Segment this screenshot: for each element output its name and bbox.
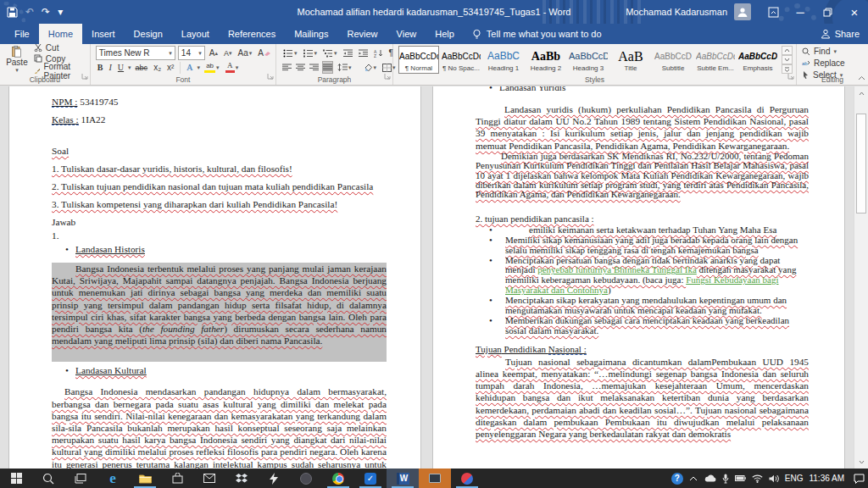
style-emphasis[interactable]: AaBbCcDdEmphasis bbox=[737, 46, 778, 74]
account-name[interactable]: Mochamad Kadarusman bbox=[626, 7, 727, 17]
tab-home[interactable]: Home bbox=[39, 24, 82, 44]
bullet-item[interactable]: Memiliki sikap kemanusiaan yang adil jug… bbox=[476, 236, 809, 256]
text-effects-dropdown-icon[interactable]: ▾ bbox=[198, 64, 201, 71]
font-size-combo[interactable]: 14▾ bbox=[178, 46, 205, 60]
paste-dropdown-icon[interactable]: ▾ bbox=[15, 67, 19, 74]
paragraph-yuridis-2[interactable]: Demikian juga berdasarkan SK Mendiknas R… bbox=[476, 152, 809, 200]
taskbar-dark-browser[interactable] bbox=[290, 469, 322, 488]
style-title[interactable]: AaBTitle bbox=[610, 46, 651, 74]
close-button[interactable]: × bbox=[841, 0, 868, 24]
line-spacing-button[interactable]: ▾ bbox=[336, 64, 353, 72]
bullet-item[interactable]: Memberikan dukungan sebagai cara mencipt… bbox=[476, 316, 809, 336]
tab-layout[interactable]: Layout bbox=[172, 24, 219, 44]
npm-line[interactable]: NPM : 53419745 bbox=[52, 97, 387, 114]
scrollbar-thumb[interactable] bbox=[856, 114, 866, 214]
font-color-button[interactable]: A▾ bbox=[224, 62, 241, 73]
highlighted-paragraph-historis[interactable]: Bangsa Indonesia terbentuk melalui prose… bbox=[52, 263, 387, 362]
highlight-color-button[interactable]: ab▾ bbox=[203, 63, 221, 73]
minimize-button[interactable]: ─ bbox=[787, 0, 814, 24]
taskbar-mail[interactable] bbox=[193, 469, 225, 488]
heading-landasan-kultural[interactable]: Landasan Kultural bbox=[52, 365, 387, 377]
volume-icon[interactable] bbox=[769, 474, 779, 483]
question-2[interactable]: 2. Tuliskan tujuan pendidikan nasional d… bbox=[52, 181, 387, 199]
paragraph-tujuan-nasional[interactable]: Tujuan nasional sebagaimana dicantumkan … bbox=[476, 356, 809, 440]
taskbar-search-button[interactable] bbox=[32, 469, 64, 488]
page-2[interactable]: Landasan Yuridis Landasan yuridis (hukum… bbox=[432, 86, 845, 469]
strikethrough-button[interactable]: abc bbox=[134, 64, 150, 72]
bullet-item[interactable]: Menciptakan persatuan bangsa dengan tida… bbox=[476, 256, 809, 297]
numbering-button[interactable]: ▾ bbox=[302, 49, 320, 58]
heading-landasan-yuridis-clipped[interactable]: Landasan Yuridis bbox=[476, 86, 809, 92]
style-heading3[interactable]: AaBbCcDHeading 3 bbox=[568, 46, 609, 74]
text-effects-button[interactable]: A bbox=[185, 63, 194, 72]
taskbar-active-window[interactable] bbox=[419, 469, 451, 488]
ribbon-display-options-icon[interactable] bbox=[760, 0, 787, 24]
style-subtitle[interactable]: AaBbCcDSubtitle bbox=[653, 46, 693, 74]
answer-number-1[interactable]: 1. bbox=[52, 230, 387, 244]
paragraph-kultural[interactable]: Bangsa Indonesia mendasarkan pandangan h… bbox=[52, 385, 387, 469]
italic-button[interactable]: I bbox=[108, 63, 114, 72]
task-view-button[interactable] bbox=[64, 469, 97, 488]
share-button[interactable]: Share bbox=[821, 24, 860, 44]
taskbar-store[interactable] bbox=[161, 469, 193, 488]
tab-insert[interactable]: Insert bbox=[82, 24, 125, 44]
action-center-icon[interactable] bbox=[854, 474, 865, 484]
shading-button[interactable]: ▾ bbox=[362, 64, 379, 72]
shrink-font-button[interactable]: A▾ bbox=[222, 49, 234, 58]
tab-review[interactable]: Review bbox=[338, 24, 387, 44]
bullets-button[interactable]: ▾ bbox=[281, 49, 299, 58]
battery-icon[interactable] bbox=[735, 474, 746, 482]
avatar[interactable] bbox=[734, 3, 751, 20]
replace-button[interactable]: ab Replace bbox=[802, 58, 865, 69]
style-no-spacing[interactable]: AaBbCcDd¶ No Spac... bbox=[441, 46, 481, 74]
language-indicator[interactable]: ENG bbox=[785, 474, 804, 483]
link-bhinneka[interactable]: penyebab lunturnya Bhinneka Tunggal Ika bbox=[537, 264, 697, 274]
align-right-button[interactable] bbox=[309, 61, 320, 74]
kelas-line[interactable]: Kelas : 1IA22 bbox=[52, 114, 387, 132]
taskbar-bolt-app[interactable] bbox=[258, 469, 290, 488]
clear-formatting-button[interactable]: A bbox=[256, 48, 272, 58]
microphone-icon[interactable] bbox=[722, 474, 729, 484]
cut-button[interactable]: Cut bbox=[34, 43, 86, 53]
tab-references[interactable]: References bbox=[219, 24, 285, 44]
taskbar-dropbox[interactable] bbox=[225, 469, 258, 488]
taskbar-chrome[interactable] bbox=[322, 469, 354, 488]
align-left-button[interactable] bbox=[281, 61, 292, 74]
scroll-down-icon[interactable] bbox=[854, 455, 868, 469]
bold-button[interactable]: B bbox=[96, 63, 105, 72]
jawab-label[interactable]: Jawab bbox=[52, 217, 387, 230]
paste-button[interactable]: Paste ▾ bbox=[5, 46, 29, 74]
page-1[interactable]: NPM : 53419745 Kelas : 1IA22 Soal 1. Tul… bbox=[8, 86, 421, 469]
customize-qat-icon[interactable]: ▾ bbox=[58, 7, 63, 17]
justify-button[interactable] bbox=[322, 61, 333, 74]
onedrive-cloud-icon[interactable] bbox=[704, 474, 716, 482]
style-heading1[interactable]: AaBbCHeading 1 bbox=[483, 46, 524, 74]
taskbar-security-app[interactable]: ✓ bbox=[354, 469, 387, 488]
tab-file[interactable]: File bbox=[5, 24, 39, 44]
taskbar-word[interactable]: W bbox=[387, 469, 419, 488]
taskbar-media-app[interactable] bbox=[451, 469, 483, 488]
tray-chevron-up-icon[interactable] bbox=[689, 476, 698, 481]
style-heading2[interactable]: AaBbHeading 2 bbox=[526, 46, 566, 74]
find-button[interactable]: Find▾ bbox=[802, 46, 865, 57]
undo-icon[interactable]: ↶ bbox=[25, 7, 34, 17]
bullet-item[interactable]: Menciptakan sikap kerakyatan yang mendah… bbox=[476, 296, 809, 316]
heading-tujuan-nasional[interactable]: Tujuan Pendidikan Nasional : bbox=[476, 344, 809, 354]
underline-button[interactable]: U bbox=[116, 63, 125, 72]
restore-button[interactable] bbox=[814, 0, 841, 24]
clock[interactable]: 11:36 AM bbox=[809, 474, 844, 483]
help-icon[interactable]: ? bbox=[671, 473, 683, 485]
sort-button[interactable]: AZ bbox=[372, 49, 385, 58]
styles-scroll-up-icon[interactable] bbox=[782, 46, 793, 55]
style-subtle-emphasis[interactable]: AaBbCcDdSubtle Em... bbox=[695, 46, 736, 74]
heading-tujuan-pancasila[interactable]: 2. tujuan pendidikan pancasila : bbox=[476, 214, 809, 224]
change-case-button[interactable]: Aa▾ bbox=[236, 48, 254, 58]
save-icon[interactable] bbox=[7, 7, 18, 18]
tab-view[interactable]: View bbox=[387, 24, 426, 44]
tab-mailings[interactable]: Mailings bbox=[285, 24, 337, 44]
grow-font-button[interactable]: A▴ bbox=[208, 48, 220, 58]
tab-design[interactable]: Design bbox=[125, 24, 172, 44]
styles-scroll-down-icon[interactable] bbox=[782, 55, 793, 64]
bullet-item[interactable]: emiliki keimanan serta ketakwaan terhada… bbox=[476, 225, 809, 236]
tab-help[interactable]: Help bbox=[426, 24, 464, 44]
